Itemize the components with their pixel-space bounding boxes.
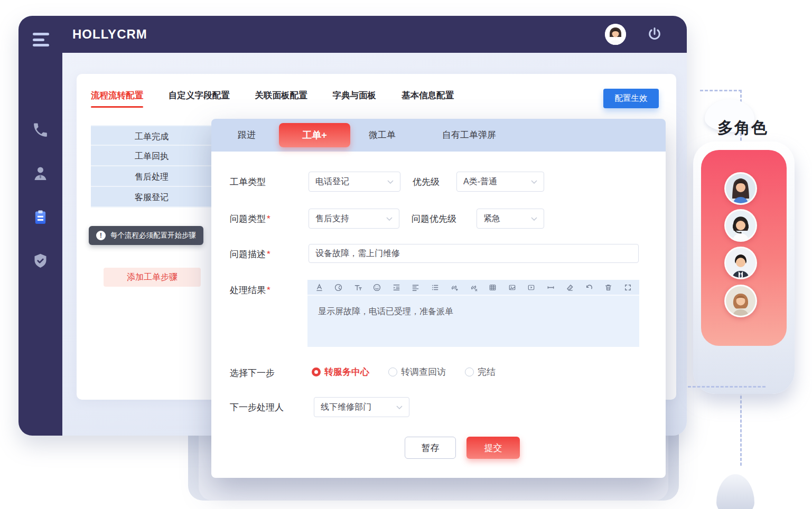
link-add-icon[interactable]	[449, 282, 460, 293]
next-handler-select[interactable]: 线下维修部门	[314, 397, 409, 417]
priority-select[interactable]: A类-普通	[456, 172, 544, 192]
next-handler-label: 下一步处理人	[230, 401, 284, 413]
issue-desc-label: 问题描述*	[230, 248, 270, 260]
apply-config-button[interactable]: 配置生效	[603, 89, 659, 108]
issue-desc-input[interactable]: 设备故障，需上门维修	[309, 244, 639, 263]
multi-role-panel	[693, 142, 795, 394]
issue-desc-value: 设备故障，需上门维修	[315, 248, 400, 259]
app-title: HOLLYCRM	[72, 16, 147, 53]
role-avatar-strip	[701, 150, 787, 346]
radio-label: 转服务中心	[324, 366, 369, 378]
workorder-modal: 跟进 工单+ 微工单 自有工单弹屏 工单类型 电话登记 优先级 A类-普通 问题…	[211, 119, 666, 478]
eraser-icon[interactable]	[565, 282, 575, 293]
sidebar	[18, 53, 62, 436]
exclamation-icon: !	[96, 231, 106, 240]
issue-priority-value: 紧急	[483, 213, 500, 224]
rich-text-editor: 显示屏故障，电话已受理，准备派单	[307, 280, 639, 347]
radio-transfer-service-center[interactable]: 转服务中心	[312, 366, 369, 378]
save-draft-button[interactable]: 暂存	[405, 437, 456, 459]
tab-micro-workorder[interactable]: 微工单	[369, 119, 396, 152]
radio-icon	[465, 367, 474, 376]
video-icon[interactable]	[526, 282, 537, 293]
next-handler-value: 线下维修部门	[321, 402, 371, 413]
workflow-step[interactable]: 客服登记	[91, 187, 212, 208]
config-tabs: 流程流转配置 自定义字段配置 关联面板配置 字典与面板 基本信息配置	[91, 90, 454, 108]
font-underline-icon[interactable]	[314, 282, 324, 293]
next-step-label: 选择下一步	[230, 367, 275, 379]
workflow-step-list: 工单完成 工单回执 售后处理 客服登记	[91, 125, 212, 208]
shield-icon[interactable]	[32, 252, 49, 270]
workflow-step[interactable]: 工单完成	[91, 125, 212, 146]
undo-icon[interactable]	[584, 282, 594, 293]
issue-priority-select[interactable]: 紧急	[477, 209, 544, 229]
issue-priority-label: 问题优先级	[412, 213, 456, 225]
chevron-down-icon	[531, 217, 537, 221]
radio-finish[interactable]: 完结	[465, 366, 496, 378]
chevron-down-icon	[387, 180, 394, 184]
top-bar: HOLLYCRM	[18, 16, 687, 53]
menu-icon[interactable]	[33, 33, 50, 46]
ticket-type-select[interactable]: 电话登记	[309, 172, 400, 192]
workorder-icon-active[interactable]	[32, 209, 49, 226]
result-label: 处理结果*	[230, 284, 270, 296]
tab-own-popup[interactable]: 自有工单弹屏	[442, 119, 496, 152]
palette-icon[interactable]	[333, 282, 344, 293]
tab-process-flow[interactable]: 流程流转配置	[91, 90, 143, 108]
horizontal-rule-icon[interactable]	[545, 282, 556, 293]
user-avatar[interactable]	[605, 24, 626, 45]
issue-type-label: 问题类型*	[230, 213, 270, 225]
emoji-icon[interactable]	[372, 282, 382, 293]
issue-type-select[interactable]: 售后支持	[309, 209, 399, 229]
workflow-step[interactable]: 售后处理	[91, 166, 212, 187]
image-icon[interactable]	[507, 282, 517, 293]
ticket-type-label: 工单类型	[230, 176, 266, 188]
warning-text: 每个流程必须配置开始步骤	[110, 231, 196, 240]
power-icon[interactable]	[646, 26, 663, 43]
trash-icon[interactable]	[603, 282, 614, 293]
tab-follow-up[interactable]: 跟进	[238, 119, 256, 152]
radio-label: 转调查回访	[401, 366, 446, 378]
radio-transfer-survey[interactable]: 转调查回访	[388, 366, 446, 378]
screen: HOLLYCRM 流程流转配置 自定义字段配置 关联面板配置 字典与面板 基本信…	[0, 0, 812, 509]
role-avatar-bob-female	[724, 285, 757, 317]
dashed-guide-horizontal-top	[700, 90, 742, 91]
table-icon[interactable]	[488, 282, 498, 293]
result-value: 显示屏故障，电话已受理，准备派单	[318, 307, 453, 316]
role-avatar-headset-operator	[724, 209, 757, 242]
warning-tooltip: ! 每个流程必须配置开始步骤	[89, 226, 203, 245]
tab-custom-fields[interactable]: 自定义字段配置	[169, 90, 230, 108]
phone-icon[interactable]	[32, 121, 49, 139]
add-step-button[interactable]: 添加工单步骤	[104, 268, 201, 287]
issue-type-value: 售后支持	[315, 213, 349, 224]
tab-linked-panel[interactable]: 关联面板配置	[255, 90, 307, 108]
fullscreen-icon[interactable]	[622, 282, 633, 293]
tab-workorder-active[interactable]: 工单+	[279, 123, 350, 147]
next-step-options: 转服务中心 转调查回访 完结	[312, 366, 496, 378]
multi-role-label: 多角色	[717, 117, 768, 139]
priority-label: 优先级	[413, 176, 440, 188]
list-icon[interactable]	[430, 282, 440, 293]
dashed-guide-horizontal-bottom	[688, 386, 766, 388]
align-icon[interactable]	[410, 282, 421, 293]
radio-label: 完结	[478, 366, 496, 378]
font-size-icon[interactable]	[352, 282, 363, 293]
editor-toolbar	[307, 280, 639, 296]
tab-basic-info[interactable]: 基本信息配置	[402, 90, 454, 108]
result-textarea[interactable]: 显示屏故障，电话已受理，准备派单	[307, 296, 639, 347]
role-avatar-agent-female	[724, 172, 757, 205]
workflow-step[interactable]: 工单回执	[91, 146, 212, 166]
modal-tab-bar: 跟进 工单+ 微工单 自有工单弹屏	[211, 119, 666, 152]
chevron-down-icon	[531, 180, 537, 184]
radio-selected-icon	[312, 367, 321, 376]
role-avatar-suit-male	[724, 247, 757, 279]
indent-icon[interactable]	[391, 282, 402, 293]
link-remove-icon[interactable]	[468, 282, 479, 293]
priority-value: A类-普通	[463, 176, 497, 187]
chevron-down-icon	[386, 217, 393, 221]
tab-dictionary-panel[interactable]: 字典与面板	[333, 90, 377, 108]
chevron-down-icon	[396, 406, 403, 409]
submit-button[interactable]: 提交	[466, 437, 520, 459]
drop-decoration	[716, 474, 754, 509]
contacts-icon[interactable]	[32, 165, 49, 182]
ticket-type-value: 电话登记	[315, 176, 349, 187]
